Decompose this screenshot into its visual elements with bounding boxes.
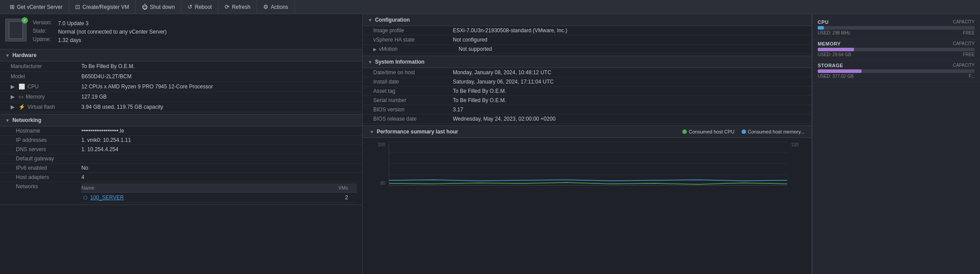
hardware-section-header[interactable]: ▼ Hardware <box>0 49 362 61</box>
asset-tag-label: Asset tag <box>373 88 453 94</box>
performance-legend: Consumed host CPU Consumed host memory..… <box>682 129 804 134</box>
storage-stat-item: STORAGE CAPACITY USED: 377.02 GB F... <box>812 61 980 83</box>
actions-button[interactable]: ⚙ Actions <box>257 0 295 14</box>
vmotion-chevron-icon: ▶ <box>373 47 377 52</box>
vsphere-ha-label: vSphere HA state <box>373 37 453 43</box>
virtual-flash-value: 3.94 GB used, 119.75 GB capacity <box>81 104 357 110</box>
storage-stat-label: STORAGE <box>818 63 843 68</box>
legend-memory-label: Consumed host memory... <box>748 129 804 134</box>
host-info-table: Version: 7.0 Update 3 State: Normal (not… <box>32 19 168 45</box>
network-list-item[interactable]: ⬡ 100_SERVER 2 <box>81 193 357 203</box>
grid-line-75 <box>389 152 788 153</box>
memory-stat-bar-bg <box>818 48 975 51</box>
asset-tag-value: To Be Filled By O.E.M. <box>453 88 804 94</box>
legend-memory-dot <box>742 129 746 134</box>
serial-row: Serial number To Be Filled By O.E.M. <box>363 96 812 105</box>
vmotion-row[interactable]: ▶ vMotion Not supported <box>363 45 812 54</box>
networking-section-header[interactable]: ▼ Networking <box>0 114 362 126</box>
cpu-stat-item: CPU CAPACITY USED: 298 MHz FREE <box>812 18 980 39</box>
configuration-chevron-icon: ▼ <box>368 18 372 23</box>
memory-stat-label: MEMORY <box>818 41 841 46</box>
vmotion-value: Not supported <box>459 46 804 52</box>
serial-value: To Be Filled By O.E.M. <box>453 97 804 103</box>
networks-table-header: Name VMs <box>81 183 357 193</box>
image-profile-value: ESXi-7.0U3n-21930508-standard (VMware, I… <box>453 27 804 34</box>
grid-line-100 <box>389 141 788 142</box>
stats-panel: CPU CAPACITY USED: 298 MHz FREE MEMORY C… <box>812 14 980 274</box>
create-register-button[interactable]: ⊡ Create/Register VM <box>69 0 135 14</box>
host-icon: ✓ <box>5 19 27 42</box>
networks-container: Networks Name VMs ⬡ 100_SERVER 2 <box>0 182 362 203</box>
manufacturer-row: Manufacturer To Be Filled By O.E.M. <box>0 61 362 72</box>
hostname-value: ••••••••••••••••••••.le <box>81 128 124 134</box>
cpu-stat-capacity: CAPACITY <box>953 19 975 25</box>
install-date-value: Saturday, January 06, 2024, 17:11:04 UTC <box>453 79 804 85</box>
manufacturer-value: To Be Filled By O.E.M. <box>81 63 357 69</box>
performance-header: ▼ Performance summary last hour Consumed… <box>363 126 812 138</box>
state-label: State: <box>33 28 57 35</box>
network-icon: ⬡ <box>83 195 88 201</box>
memory-stat-values-row: USED: 29.64 GB FREE <box>818 52 975 57</box>
cpu-row[interactable]: ▶ ⬜ CPU 12 CPUs x AMD Ryzen 9 PRO 7945 1… <box>0 82 362 92</box>
system-info-section-header[interactable]: ▼ System Information <box>363 56 812 68</box>
get-vcenter-button[interactable]: ⊞ Get vCenter Server <box>4 0 69 14</box>
hardware-chevron-icon: ▼ <box>5 53 10 58</box>
grid-line-25 <box>389 174 788 175</box>
network-name[interactable]: 100_SERVER <box>90 194 325 201</box>
storage-stat-bar-fill <box>818 69 861 73</box>
dns-label: DNS servers <box>16 146 81 152</box>
virtual-flash-row[interactable]: ▶ ⚡ Virtual flash 3.94 GB used, 119.75 G… <box>0 102 362 112</box>
networking-chevron-icon: ▼ <box>5 118 10 123</box>
vmotion-label: vMotion <box>379 46 459 52</box>
install-date-label: Install date <box>373 79 453 85</box>
host-adapters-label: Host adapters <box>16 174 81 180</box>
performance-title-text: Performance summary last hour <box>377 129 458 135</box>
memory-stat-bar-fill <box>818 48 854 51</box>
storage-stat-bar-bg <box>818 69 975 73</box>
hostname-row: Hostname ••••••••••••••••••••.le <box>0 126 362 136</box>
configuration-section-header[interactable]: ▼ Configuration <box>363 14 812 26</box>
middle-panel: ▼ Configuration Image profile ESXi-7.0U3… <box>363 14 812 274</box>
hardware-section: ▼ Hardware Manufacturer To Be Filled By … <box>0 49 362 114</box>
model-row: Model B650D4U-2L2T/BCM <box>0 72 362 82</box>
shut-down-button[interactable]: ⏻ Shut down <box>136 0 182 14</box>
ip-label: IP addresses <box>16 137 81 143</box>
vflash-expand-icon: ▶ <box>11 104 15 110</box>
vcenter-icon: ⊞ <box>10 4 15 10</box>
performance-chart-area: 100 80 120 <box>363 138 812 191</box>
memory-stat-label-row: MEMORY CAPACITY <box>818 41 975 46</box>
actions-icon: ⚙ <box>263 4 268 10</box>
vflash-icon: ⚡ <box>19 104 25 110</box>
reboot-icon: ↺ <box>188 4 192 10</box>
hostname-label: Hostname <box>16 128 81 134</box>
left-panel: ✓ Version: 7.0 Update 3 State: Normal (n… <box>0 14 363 274</box>
main-toolbar: ⊞ Get vCenter Server ⊡ Create/Register V… <box>0 0 980 14</box>
ipv6-row: IPv6 enabled No <box>0 164 362 173</box>
image-profile-label: Image profile <box>373 27 453 34</box>
reboot-label: Reboot <box>195 4 212 10</box>
shut-down-label: Shut down <box>150 4 175 10</box>
shutdown-icon: ⏻ <box>142 4 148 10</box>
performance-title: ▼ Performance summary last hour <box>370 129 458 135</box>
vsphere-ha-row: vSphere HA state Not configured <box>363 35 812 45</box>
host-adapters-row: Host adapters 4 <box>0 173 362 182</box>
memory-used-label: USED: 29.64 GB <box>818 52 851 57</box>
cpu-icon: ⬜ <box>19 84 25 90</box>
networks-col-vms: VMs <box>325 185 352 190</box>
chart-y-right: 120 <box>791 141 804 186</box>
memory-row[interactable]: ▶ ▭ Memory 127.19 GB <box>0 92 362 102</box>
network-vms: 2 <box>325 194 352 201</box>
grid-line-50 <box>389 164 788 164</box>
bios-release-row: BIOS release date Wednesday, May 24, 202… <box>363 114 812 124</box>
refresh-button[interactable]: ⟳ Refresh <box>218 0 257 14</box>
datetime-row: Date/time on host Monday, January 08, 20… <box>363 68 812 77</box>
state-value: Normal (not connected to any vCenter Ser… <box>58 28 166 35</box>
reboot-button[interactable]: ↺ Reboot <box>181 0 218 14</box>
networking-title: Networking <box>12 117 41 123</box>
legend-cpu-label: Consumed host CPU <box>689 129 734 134</box>
performance-section: ▼ Performance summary last hour Consumed… <box>363 126 812 274</box>
bios-version-row: BIOS version 3.17 <box>363 105 812 114</box>
cpu-free-label: FREE <box>963 30 975 35</box>
memory-stat-capacity: CAPACITY <box>953 41 975 46</box>
model-value: B650D4U-2L2T/BCM <box>81 73 357 80</box>
